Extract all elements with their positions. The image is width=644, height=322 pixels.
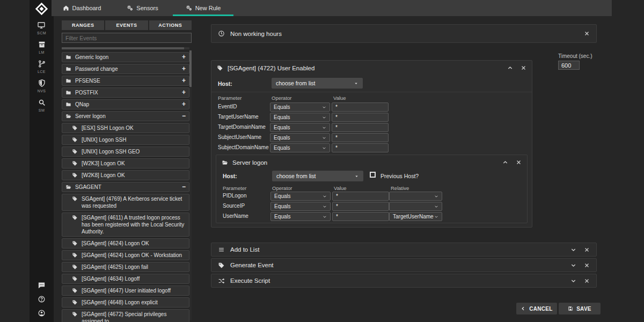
operator-select[interactable]: Equals <box>270 103 330 112</box>
tree-item-label: [SGAgent] (4611) A trusted logon process… <box>82 214 186 235</box>
tree-event-item[interactable]: [SGAgent] (4611) A trusted logon process… <box>62 213 189 237</box>
value-input[interactable] <box>332 143 389 152</box>
branch-icon <box>38 60 46 68</box>
timeout-input[interactable] <box>558 61 580 70</box>
chevron-up-icon[interactable] <box>507 65 513 71</box>
tab-label: Sensors <box>136 5 158 11</box>
rail-item-sm[interactable]: SM <box>38 98 46 112</box>
value-input[interactable] <box>332 133 389 142</box>
close-icon[interactable] <box>584 31 590 36</box>
expand-toggle[interactable]: + <box>182 89 186 96</box>
tree-horizontal-scrollbar[interactable] <box>62 47 189 49</box>
tree-folder[interactable]: QNap+ <box>62 99 189 109</box>
search-icon <box>38 98 46 107</box>
chevron-down-icon[interactable] <box>570 262 576 268</box>
event-card-header[interactable]: [SGAgent] (4722) User Enabled <box>211 61 532 75</box>
tree-event-item[interactable]: [W2K3] Logon OK <box>62 158 189 169</box>
action-bar-execute-script[interactable]: Execute Script <box>211 274 597 288</box>
tree-vertical-scrollbar[interactable] <box>189 50 192 320</box>
chevron-down-icon[interactable] <box>570 278 576 284</box>
tree-event-item[interactable]: [SGAgent] (4648) Logon explicit <box>62 297 189 308</box>
value-input[interactable] <box>332 202 389 211</box>
tag-icon <box>72 311 78 317</box>
tree-folder[interactable]: SGAGENT− <box>62 182 189 192</box>
expand-toggle[interactable]: + <box>182 65 186 72</box>
relative-select[interactable] <box>389 192 442 201</box>
chevron-up-icon[interactable] <box>502 159 508 165</box>
account-icon[interactable] <box>38 309 46 317</box>
tree-event-item[interactable]: [SGAgent] (4624) Logon OK - Workstation <box>62 250 189 260</box>
operator-select[interactable]: Equals <box>270 123 330 132</box>
cancel-button[interactable]: CANCEL <box>516 303 557 314</box>
tree-event-item[interactable]: [UNIX] Logon SSH GEO <box>62 147 189 157</box>
relative-select[interactable] <box>389 202 442 211</box>
tree-event-item[interactable]: [SGAgent] (4647) User initiated logoff <box>62 286 189 296</box>
tab-new-rule[interactable]: New Rule <box>173 0 233 16</box>
tree-event-item[interactable]: [SGAgent] (4672) Special privileges assi… <box>62 309 189 322</box>
operator-select[interactable]: Equals <box>270 133 330 142</box>
chevron-down-icon[interactable] <box>570 247 576 253</box>
rail-item-scm[interactable]: SCM <box>37 21 46 35</box>
close-icon[interactable] <box>584 278 590 284</box>
scrollbar-thumb[interactable] <box>189 50 192 87</box>
tree-event-item[interactable]: SGAgent] (4769) A Kerberos service ticke… <box>62 194 189 211</box>
tab-dashboard[interactable]: Dashboard <box>52 0 112 16</box>
event-card-header[interactable]: Server logon <box>216 155 527 170</box>
value-input[interactable] <box>332 123 389 132</box>
tree-folder[interactable]: PFSENSE+ <box>62 76 189 86</box>
tree-event-item[interactable]: [SGAgent] (4634) Logoff <box>62 274 189 284</box>
filter-events-input[interactable] <box>62 33 192 43</box>
tree-folder[interactable]: Generic logon+ <box>62 52 189 62</box>
operator-select[interactable]: Equals <box>270 143 330 152</box>
expand-toggle[interactable]: + <box>182 54 186 60</box>
expand-toggle[interactable]: + <box>182 101 186 107</box>
value-input[interactable] <box>332 113 389 122</box>
rail-item-nvs[interactable]: NVS <box>38 79 46 93</box>
tab-ranges[interactable]: RANGES <box>62 20 104 30</box>
value-input[interactable] <box>332 103 389 112</box>
operator-select[interactable]: Equals <box>270 212 331 221</box>
tree-folder[interactable]: POSTFIX+ <box>62 87 189 98</box>
host-select[interactable]: choose from list <box>272 171 363 181</box>
rail-item-lm[interactable]: LM <box>38 40 46 54</box>
collapse-toggle[interactable]: − <box>182 113 186 119</box>
help-icon[interactable] <box>38 295 46 303</box>
tab-sensors[interactable]: Sensors <box>112 0 173 16</box>
action-bar-generate-event[interactable]: Generate Event <box>211 258 597 272</box>
tree-event-item[interactable]: [SGAgent] (4624) Logon OK <box>62 238 189 248</box>
action-bar-add-to-list[interactable]: Add to List <box>211 243 597 257</box>
collapse-toggle[interactable]: − <box>182 184 186 190</box>
chat-icon[interactable] <box>38 281 46 289</box>
value-input[interactable] <box>332 212 389 221</box>
save-button[interactable]: SAVE <box>559 303 601 314</box>
tree-event-item[interactable]: [SGAgent] (4625) Logon fail <box>62 262 189 272</box>
tree-event-item[interactable]: [UNIX] Logon SSH <box>62 135 189 145</box>
previous-host-checkbox[interactable] <box>370 172 376 178</box>
range-bar-non-working-hours[interactable]: Non working hours <box>211 24 597 43</box>
tree-event-item[interactable]: [ESX] SSH Logon OK <box>62 123 189 133</box>
close-icon[interactable] <box>521 65 526 71</box>
close-icon[interactable] <box>584 262 590 268</box>
tab-events[interactable]: EVENTS <box>105 20 148 30</box>
operator-select-value: Equals <box>274 135 290 141</box>
tag-icon <box>218 262 225 269</box>
folder-icon <box>65 78 71 84</box>
operator-select[interactable]: Equals <box>270 113 330 122</box>
chevron-down-icon <box>322 136 326 140</box>
close-icon[interactable] <box>516 159 522 165</box>
tree-folder[interactable]: Password change+ <box>62 64 189 74</box>
tree-event-item[interactable]: [W2K8] Logon OK <box>62 170 189 180</box>
value-input[interactable] <box>332 192 389 201</box>
scrollbar-thumb[interactable] <box>62 47 184 49</box>
relative-select[interactable]: TargetUserName <box>389 212 442 221</box>
operator-select[interactable]: Equals <box>270 192 331 201</box>
tree-folder[interactable]: Server logon− <box>62 111 189 121</box>
tag-icon <box>72 149 78 155</box>
tab-actions[interactable]: ACTIONS <box>149 20 192 30</box>
expand-toggle[interactable]: + <box>182 77 186 84</box>
rail-item-lce[interactable]: LCE <box>38 60 46 74</box>
operator-select[interactable]: Equals <box>270 202 331 211</box>
operator-select-value: Equals <box>274 203 291 209</box>
host-select[interactable]: choose from list <box>272 78 363 89</box>
close-icon[interactable] <box>584 247 590 253</box>
